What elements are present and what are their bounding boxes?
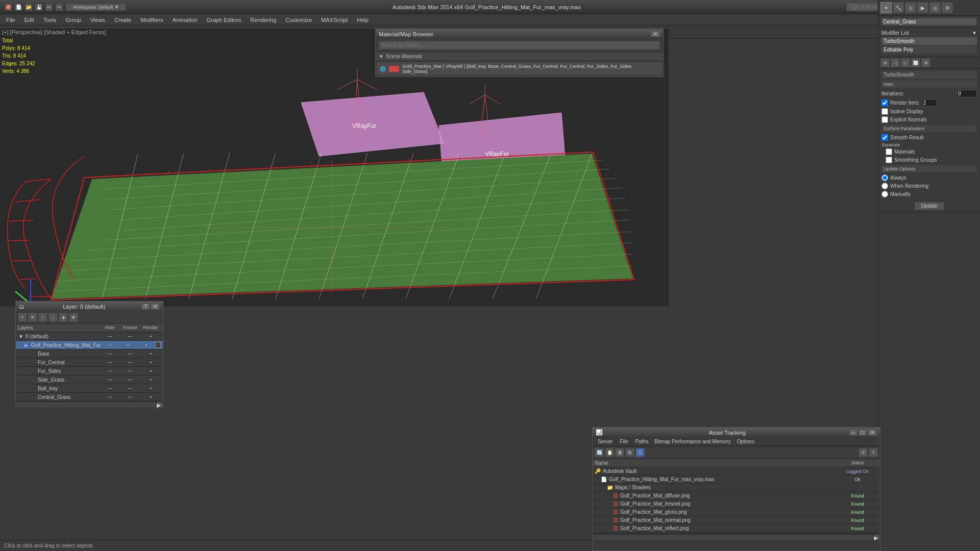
layer-new-btn[interactable]: + [18, 313, 27, 322]
asset-btn-4[interactable]: ⊞ [625, 448, 634, 457]
mod-icon-5[interactable]: ⊞ [921, 58, 930, 67]
when-rendering-row: When Rendering [881, 183, 977, 189]
editable-poly-modifier[interactable]: Editable Poly [881, 46, 977, 54]
modify-icon[interactable]: 🔧 [893, 2, 904, 13]
layer-close-btn[interactable]: ✕ [151, 303, 160, 310]
asset-btn-2[interactable]: 📋 [605, 448, 614, 457]
menu-rendering[interactable]: Rendering [247, 16, 281, 24]
menu-edit[interactable]: Edit [20, 16, 38, 24]
menu-create[interactable]: Create [110, 16, 135, 24]
menu-views[interactable]: Views [86, 16, 109, 24]
layer-add-selection-btn[interactable]: ↑ [38, 313, 47, 322]
asset-maximize-btn[interactable]: □ [859, 429, 867, 436]
layer-freeze-btn[interactable]: ❄ [69, 313, 78, 322]
turbosmooth-modifier[interactable]: TurboSmooth [881, 37, 977, 45]
layer-delete-btn[interactable]: ✕ [28, 313, 37, 322]
asset-scroll-area[interactable]: 🔑 Autodesk Vault Logged On 📄 Golf_Practi… [593, 467, 880, 534]
asset-menu-options[interactable]: Options [734, 438, 757, 445]
layer-scrollbar[interactable] [16, 402, 156, 407]
asset-menu-paths[interactable]: Paths [632, 438, 652, 445]
open-btn[interactable]: 📂 [24, 3, 33, 11]
explicit-normals-check[interactable] [881, 116, 888, 123]
menu-graph-editors[interactable]: Graph Editors [203, 16, 246, 24]
object-name-input[interactable] [881, 18, 977, 26]
menu-group[interactable]: Group [61, 16, 85, 24]
menu-animation[interactable]: Animation [168, 16, 202, 24]
layer-row-default[interactable]: ▼ 0 (default) — — ▪ [16, 332, 163, 341]
render-iters-check[interactable] [881, 99, 888, 106]
layer-row-golf[interactable]: ▶ Golf_Practice_Hitting_Mat_Fur — — ▪ [16, 341, 163, 349]
asset-row-fresnel[interactable]: 🖼 Golf_Practice_Mat_fresnel.png Found [593, 500, 880, 508]
asset-row-diffuse[interactable]: 🖼 Golf_Practice_Mat_diffuse.png Found [593, 492, 880, 500]
asset-row-vault[interactable]: 🔑 Autodesk Vault Logged On [593, 467, 880, 475]
mat-browser-titlebar[interactable]: Material/Map Browser ✕ [376, 29, 663, 39]
render-iters-input[interactable] [922, 99, 937, 107]
asset-btn-3[interactable]: 🗑 [615, 448, 624, 457]
menu-modifiers[interactable]: Modifiers [136, 16, 167, 24]
hierarchy-icon[interactable]: ⊙ [905, 2, 916, 13]
asset-row-reflect[interactable]: 🖼 Golf_Practice_Mat_reflect.png Found [593, 524, 880, 533]
manually-radio[interactable] [881, 191, 888, 197]
always-radio[interactable] [881, 174, 888, 181]
layer-scroll-area[interactable]: ▼ 0 (default) — — ▪ ▶ Golf_Practice_Hitt… [16, 332, 163, 401]
asset-minimize-btn[interactable]: – [849, 429, 857, 436]
asset-close-btn[interactable]: ✕ [868, 429, 877, 436]
materials-check[interactable] [886, 148, 892, 155]
layer-manager-titlebar[interactable]: 🗂 Layer: 0 (default) ? ✕ [16, 302, 163, 311]
layer-row-central-grass[interactable]: Central_Grass — — ▪ [16, 393, 163, 401]
new-file-btn[interactable]: 📄 [14, 3, 22, 11]
asset-scrollbar-h[interactable] [593, 535, 873, 540]
menu-maxscript[interactable]: MAXScript [317, 16, 352, 24]
iterations-input[interactable] [957, 90, 977, 97]
redo-btn[interactable]: ↪ [55, 3, 63, 11]
modifier-dropdown-icon[interactable]: ▼ [972, 30, 977, 36]
display-icon[interactable]: ◎ [929, 2, 941, 13]
mod-icon-4[interactable]: ⬜ [911, 58, 920, 67]
asset-row-maps[interactable]: 📁 Maps / Shaders [593, 484, 880, 492]
asset-tracking-titlebar[interactable]: 📊 Asset Tracking – □ ✕ [593, 428, 880, 437]
menu-customize[interactable]: Customize [281, 16, 316, 24]
utility-icon[interactable]: ⚙ [942, 2, 953, 13]
app-icon[interactable]: 🎯 [4, 3, 12, 11]
asset-row-maxfile[interactable]: 📄 Golf_Practice_Hitting_Mat_Fur_max_vray… [593, 475, 880, 484]
smooth-result-check[interactable] [881, 134, 888, 141]
menu-file[interactable]: File [2, 16, 19, 24]
material-item[interactable]: Gold_Practice_Mat ( VRayMtl ) [Ball_tray… [377, 62, 662, 76]
save-btn[interactable]: 💾 [35, 3, 43, 11]
mat-browser-close-btn[interactable]: ✕ [651, 31, 660, 37]
motion-icon[interactable]: ▶ [917, 2, 928, 13]
mod-icon-3[interactable]: ▷ [901, 58, 910, 67]
asset-scrollbar-h-right[interactable]: ▶ [873, 535, 879, 540]
smoothing-groups-check[interactable] [886, 157, 892, 163]
layer-row-fur-central[interactable]: Fur_Central — — ▪ [16, 358, 163, 367]
undo-btn[interactable]: ↩ [45, 3, 53, 11]
asset-menu-bitmap[interactable]: Bitmap Performance and Memory [652, 438, 733, 445]
layer-scrollbar-right[interactable]: ▶ [156, 402, 162, 407]
asset-btn-refresh[interactable]: ↺ [859, 448, 868, 457]
layer-select-btn[interactable]: ↓ [48, 313, 58, 322]
layer-help-btn[interactable]: ? [141, 303, 150, 310]
menu-help[interactable]: Help [353, 16, 373, 24]
workspace-select[interactable]: Workspace: Default ▼ [65, 3, 127, 11]
asset-row-normal[interactable]: 🖼 Golf_Practice_Mat_normal.png Found [593, 516, 880, 524]
layer-row-fur-sides[interactable]: Fur_Sides — — ▪ [16, 367, 163, 375]
asset-btn-table[interactable]: ☰ [635, 448, 645, 457]
layer-row-ball-tray[interactable]: Ball_tray — — ▪ [16, 384, 163, 393]
asset-menu-file[interactable]: File [617, 438, 631, 445]
asset-menu-server[interactable]: Server [595, 438, 616, 445]
layer-row-side-grass[interactable]: Side_Grass — — ▪ [16, 375, 163, 384]
layer-highlight-btn[interactable]: ◈ [59, 313, 68, 322]
mod-icon-1[interactable]: ⊟ [880, 58, 890, 67]
when-rendering-radio[interactable] [881, 183, 888, 189]
asset-row-gloss[interactable]: 🖼 Golf_Practice_Mat_gloss.png Found [593, 508, 880, 516]
menu-tools[interactable]: Tools [39, 16, 61, 24]
layer-row-base[interactable]: Base — — ▪ [16, 349, 163, 358]
layer-color-swatch[interactable] [155, 342, 161, 348]
asset-btn-1[interactable]: 🔄 [595, 448, 604, 457]
asset-btn-help[interactable]: ? [869, 448, 878, 457]
mat-browser-search-input[interactable] [379, 41, 660, 49]
update-btn[interactable]: Update [914, 202, 944, 210]
mod-icon-2[interactable]: ◁ [891, 58, 900, 67]
isoline-check[interactable] [881, 108, 888, 115]
create-icon[interactable]: ✦ [880, 2, 892, 13]
